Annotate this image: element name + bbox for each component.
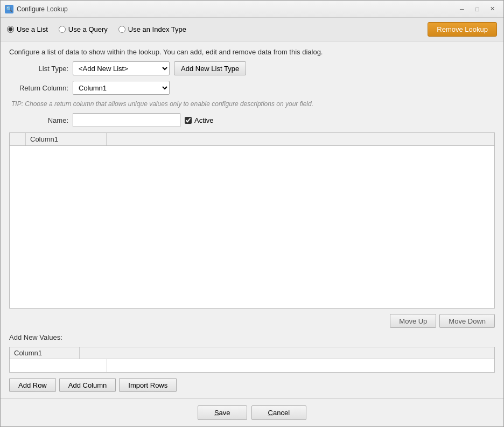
use-index-label: Use an Index Type (128, 25, 186, 33)
add-row-button[interactable]: Add Row (9, 378, 56, 392)
add-values-header: Column1 (10, 347, 494, 359)
return-column-select[interactable]: Column1 (73, 81, 170, 95)
add-row-buttons-row: Add Row Add Column Import Rows (9, 378, 495, 392)
title-bar: 🔍 Configure Lookup ─ □ ✕ (1, 1, 503, 18)
cancel-underline: Cancel (268, 409, 290, 417)
move-up-button[interactable]: Move Up (390, 314, 436, 328)
use-index-radio[interactable] (118, 26, 125, 33)
move-down-button[interactable]: Move Down (439, 314, 495, 328)
return-column-label: Return Column: (9, 84, 68, 92)
minimize-button[interactable]: ─ (455, 4, 469, 15)
use-query-radio-label[interactable]: Use a Query (59, 25, 108, 33)
add-values-col1-header: Column1 (10, 347, 80, 359)
add-values-table: Column1 (9, 347, 495, 373)
close-button[interactable]: ✕ (485, 4, 499, 15)
save-button[interactable]: Save (198, 405, 247, 420)
window-title: Configure Lookup (17, 5, 455, 13)
description-text: Configure a list of data to show within … (9, 48, 495, 56)
window-icon: 🔍 (5, 5, 13, 13)
remove-lookup-button[interactable]: Remove Lookup (428, 22, 497, 37)
add-values-input-row (10, 359, 494, 372)
list-type-row: List Type: <Add New List> Add New List T… (9, 61, 495, 75)
toolbar: Use a List Use a Query Use an Index Type… (1, 18, 503, 41)
add-values-col-wide-header (80, 347, 494, 359)
return-column-row: Return Column: Column1 (9, 81, 495, 95)
row-num-header (10, 133, 26, 145)
add-values-col-wide-input[interactable] (107, 359, 494, 372)
use-list-radio[interactable] (7, 26, 14, 33)
list-type-select[interactable]: <Add New List> (73, 61, 170, 75)
use-list-radio-label[interactable]: Use a List (7, 25, 48, 33)
add-new-list-button[interactable]: Add New List Type (174, 61, 246, 75)
data-table-header: Column1 (10, 133, 494, 146)
column1-header: Column1 (26, 133, 107, 145)
radio-group: Use a List Use a Query Use an Index Type (7, 25, 428, 33)
move-buttons-row: Move Up Move Down (9, 314, 495, 328)
add-column-button[interactable]: Add Column (59, 378, 116, 392)
tip-text: TIP: Choose a return column that allows … (9, 100, 495, 108)
maximize-button[interactable]: □ (470, 4, 484, 15)
list-type-label: List Type: (9, 65, 68, 73)
use-query-label: Use a Query (68, 25, 108, 33)
save-underline: Save (214, 409, 230, 417)
active-label: Active (194, 116, 213, 124)
use-list-label: Use a List (17, 25, 48, 33)
active-checkbox-label[interactable]: Active (185, 116, 213, 124)
configure-lookup-window: 🔍 Configure Lookup ─ □ ✕ Use a List Use … (0, 0, 504, 427)
name-active-row: Name: Active (9, 113, 495, 127)
data-table-body (10, 146, 494, 308)
main-content: Configure a list of data to show within … (1, 41, 503, 398)
use-query-radio[interactable] (59, 26, 66, 33)
add-values-col1-input[interactable] (10, 359, 107, 372)
active-checkbox[interactable] (185, 117, 192, 124)
add-new-values-label: Add New Values: (9, 333, 495, 341)
use-index-radio-label[interactable]: Use an Index Type (118, 25, 186, 33)
name-input[interactable] (73, 113, 180, 127)
data-table-container: Column1 (9, 132, 495, 309)
title-bar-buttons: ─ □ ✕ (455, 4, 499, 15)
name-label: Name: (9, 116, 68, 124)
import-rows-button[interactable]: Import Rows (119, 378, 177, 392)
footer: Save Cancel (1, 398, 503, 426)
cancel-button[interactable]: Cancel (251, 405, 306, 420)
